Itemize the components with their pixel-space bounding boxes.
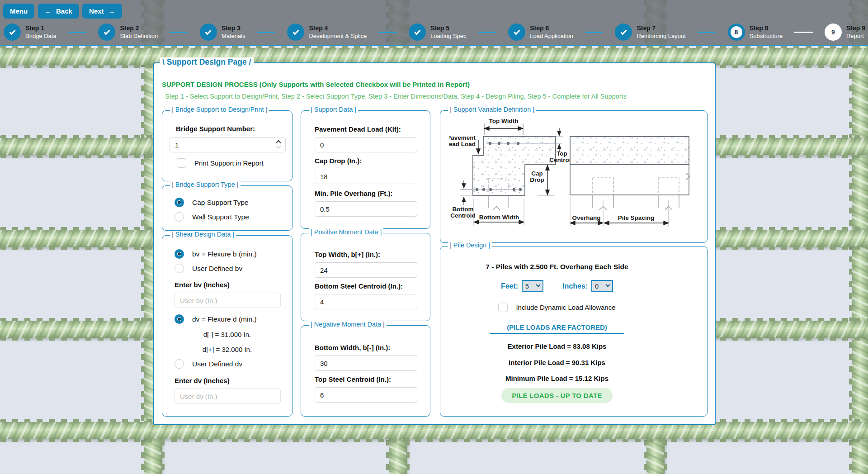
step-4-circle[interactable]: [287, 24, 304, 41]
group-title: | Support Variable Definition |: [448, 106, 536, 113]
check-icon: [514, 28, 520, 35]
cap-support-radio[interactable]: [175, 198, 184, 207]
bridge-support-number-label: Bridge Support Number:: [176, 125, 255, 133]
check-icon: [104, 28, 110, 35]
step-item-3: Step 3Materials: [200, 24, 245, 41]
step-5-circle[interactable]: [409, 24, 426, 41]
step-label: Step 7: [637, 24, 685, 33]
bottom-steel-centroid-label: Bottom Steel Centroid (In.):: [315, 282, 403, 290]
diagram-top-centroid-label: Top: [557, 150, 567, 157]
step-3-circle[interactable]: [200, 24, 217, 41]
step-name: Slab Definition: [120, 33, 158, 40]
step-label: Step 1: [25, 24, 57, 33]
check-icon: [414, 28, 420, 35]
diagram-pavement-label: Pavement: [449, 134, 476, 141]
interior-pile-load: Interior Pile Load = 90.31 Kips: [509, 359, 605, 366]
group-bridge-support-type: | Bridge Support Type | Cap Support Type…: [162, 185, 292, 231]
step-1-circle[interactable]: [4, 24, 21, 41]
group-bridge-support-select: | Bridge Support to Design/Print | Bridg…: [162, 110, 292, 181]
step-connector: [158, 32, 200, 33]
diagram-cap-drop-label: Drop: [530, 176, 544, 183]
process-steps-subheading: Step 1 - Select Support to Design/Print,…: [165, 93, 627, 100]
diagram-bottom-centroid-label: Bottom: [452, 206, 473, 213]
dynamic-load-checkbox[interactable]: [498, 303, 508, 312]
pavement-dead-load-input[interactable]: [315, 137, 417, 152]
support-design-panel: \ Support Design Page / SUPPORT DESIGN P…: [153, 62, 716, 425]
min-pile-overhang-input[interactable]: [315, 201, 417, 217]
step-label: Step 9: [846, 24, 865, 33]
step-name: Bridge Data: [25, 33, 57, 40]
diagram-overhang-label: Overhang: [572, 214, 600, 221]
group-title: | Bridge Support to Design/Print |: [170, 106, 269, 113]
top-width-input[interactable]: [315, 262, 417, 278]
inches-label: Inches:: [562, 282, 588, 290]
print-support-label: Print Support in Report: [194, 159, 264, 167]
bv-flexure-radio[interactable]: [175, 249, 184, 259]
bottom-width-input[interactable]: [315, 356, 417, 371]
step-label: Step 4: [309, 24, 367, 33]
step-item-2: Step 2Slab Definition: [98, 24, 158, 41]
step-6-circle[interactable]: [508, 24, 525, 41]
dv-flexure-label: dv = Flexure d (min.): [192, 315, 257, 323]
next-button[interactable]: Next →: [82, 4, 122, 19]
next-arrow-icon: →: [108, 7, 115, 15]
feet-select[interactable]: 5: [522, 280, 543, 292]
step-label: Step 6: [530, 24, 573, 33]
spin-down-icon[interactable]: [276, 144, 281, 149]
cap-drop-input[interactable]: [315, 169, 417, 184]
group-title: | Shear Design Data |: [170, 231, 236, 238]
bottom-width-label: Bottom Width, b[-] (In.):: [315, 344, 390, 351]
exterior-pile-load: Exterior Pile Load = 83.08 Kips: [508, 342, 607, 350]
bridge-support-number-input[interactable]: [170, 137, 286, 152]
back-button[interactable]: ← Back: [38, 4, 79, 19]
step-name: Reinforcing Layout: [637, 33, 685, 40]
step-connector: [367, 32, 409, 33]
cap-drop-label: Cap Drop (In.):: [315, 157, 362, 165]
cap-support-label: Cap Support Type: [192, 199, 249, 207]
wall-support-label: Wall Support Type: [192, 213, 249, 221]
top-steel-centroid-label: Top Steel Centroid (In.):: [315, 375, 391, 383]
user-bv-input[interactable]: [175, 293, 281, 308]
step-item-9: 9 Step 9Report: [825, 24, 865, 41]
wall-support-radio[interactable]: [175, 212, 184, 222]
pavement-dead-load-label: Pavement Dead Load (Klf):: [315, 125, 401, 133]
step-wizard: Step 1Bridge Data Step 2Slab Definition …: [4, 24, 865, 41]
step-number: 9: [831, 28, 835, 36]
chevron-down-icon: [606, 283, 610, 287]
enter-bv-label: Enter bv (Inches): [175, 281, 230, 289]
bv-user-label: User Defined bv: [192, 265, 242, 273]
user-dv-input[interactable]: [175, 389, 281, 404]
dv-flexure-radio[interactable]: [175, 314, 184, 324]
check-icon: [292, 28, 299, 35]
check-icon: [9, 28, 15, 35]
number-spinner[interactable]: [274, 138, 283, 151]
chevron-down-icon: [536, 283, 541, 287]
back-arrow-icon: ←: [45, 7, 52, 15]
step-item-6: Step 6Load Application: [508, 24, 573, 41]
menu-button[interactable]: Menu: [3, 4, 34, 19]
step-8-circle[interactable]: 8: [728, 24, 745, 41]
top-steel-centroid-input[interactable]: [315, 387, 417, 403]
inches-select[interactable]: 0: [591, 280, 613, 292]
back-button-label: Back: [56, 7, 72, 15]
minimum-pile-load: Minimum Pile Load = 15.12 Kips: [505, 374, 609, 382]
print-support-checkbox[interactable]: [177, 158, 186, 168]
step-7-circle[interactable]: [615, 24, 632, 41]
support-variable-diagram: Top Width Pavement Dead Load Top Centroi…: [449, 116, 699, 233]
bv-user-radio[interactable]: [175, 264, 184, 273]
feet-value: 5: [525, 283, 529, 290]
feet-label: Feet:: [501, 282, 518, 290]
group-support-data: | Support Data | Pavement Dead Load (Klf…: [301, 110, 430, 229]
dv-user-radio[interactable]: [175, 359, 184, 369]
step-number: 8: [731, 26, 742, 38]
factored-note: (PILE LOADS ARE FACTORED): [490, 323, 624, 334]
diagram-top-width-label: Top Width: [489, 118, 519, 124]
diagram-bottom-width-label: Bottom Width: [479, 214, 519, 221]
enter-dv-label: Enter dv (Inches): [175, 377, 230, 384]
step-2-circle[interactable]: [98, 24, 115, 41]
bottom-steel-centroid-input[interactable]: [315, 294, 417, 309]
top-toolbar: Menu ← Back Next → Step 1Bridge Data Ste…: [0, 0, 868, 46]
step-name: Substructure: [750, 33, 783, 40]
step-9-circle[interactable]: 9: [825, 24, 842, 41]
d-negative-value: d[-] = 31.000 In.: [162, 331, 292, 338]
